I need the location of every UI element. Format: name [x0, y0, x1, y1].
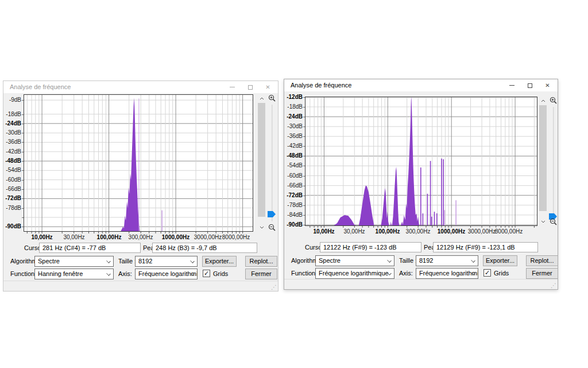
vertical-scrollbar[interactable] [257, 94, 266, 232]
close-dialog-button[interactable]: Fermer [245, 269, 277, 279]
db-tick-label: -12dB [287, 94, 303, 100]
frequency-tick-label: 30,00Hz [343, 228, 365, 235]
grids-checkbox[interactable]: ✓ [483, 269, 491, 277]
axis-label: Axis: [118, 270, 132, 277]
zoom-in-icon[interactable] [550, 97, 558, 105]
close-dialog-button[interactable]: Fermer [526, 268, 558, 279]
resize-grip[interactable]: ⋰ [271, 285, 277, 290]
maximize-icon [528, 83, 532, 88]
minimize-button[interactable] [503, 79, 521, 91]
db-tick-label: -30dB [287, 123, 303, 129]
db-tick-label: -48dB [5, 158, 21, 164]
grids-checkbox[interactable]: ✓ [203, 270, 210, 277]
frequency-tick-label: 100,00Hz [97, 234, 122, 240]
spectrum-plot[interactable] [24, 94, 253, 234]
size-label: Taille : [118, 258, 136, 264]
zoom-column [267, 94, 277, 232]
algorithm-select[interactable]: Spectre [315, 255, 394, 266]
db-axis: -12dB-18dB-24dB-30dB-36dB-42dB-48dB-54dB… [284, 97, 305, 226]
db-tick-label: -60dB [6, 177, 21, 183]
zoom-in-icon[interactable] [268, 94, 276, 102]
peak-readout: 248 Hz (B3) = -9,7 dB [152, 243, 257, 253]
axis-select[interactable]: Fréquence logarithmique [135, 269, 198, 279]
frequency-tick-label: 3000,00Hz [194, 234, 222, 240]
chevron-down-icon [471, 258, 475, 263]
db-tick-label: -60dB [287, 172, 303, 179]
vertical-scrollbar[interactable] [539, 97, 547, 226]
peak-readout: 12129 Hz (F#9) = -123,1 dB [433, 242, 538, 252]
frequency-tick-label: 1000,00Hz [438, 228, 465, 235]
frequency-tick-label: 30,00Hz [63, 234, 84, 240]
frequency-tick-label: 1000,00Hz [162, 234, 189, 240]
scroll-up-button[interactable] [257, 94, 266, 103]
scroll-up-button[interactable] [539, 97, 547, 105]
status-bar: ⋰ [284, 279, 558, 289]
size-select[interactable]: 8192 [135, 256, 198, 267]
zoom-slider-thumb[interactable] [549, 212, 558, 218]
function-select[interactable]: Hanning fenêtre [34, 269, 114, 279]
close-button[interactable]: ✕ [539, 79, 556, 91]
scroll-down-button[interactable] [257, 223, 266, 232]
maximize-button[interactable] [241, 81, 259, 93]
algorithm-select[interactable]: Spectre [34, 256, 114, 267]
zoom-slider-track[interactable] [553, 107, 554, 216]
grids-label: Grids [213, 270, 228, 277]
function-select[interactable]: Fréquence logarithmique [315, 268, 394, 279]
db-tick-label: -48dB [287, 152, 303, 159]
db-axis: -9dB-18dB-24dB-30dB-36dB-42dB-48dB-54dB-… [3, 94, 24, 232]
zoom-slider-track[interactable] [272, 105, 273, 221]
db-tick-label: -24dB [5, 120, 21, 126]
replot-button[interactable]: Replot... [526, 255, 558, 266]
function-label: Function: [291, 270, 317, 277]
db-tick-label: -30dB [6, 129, 21, 136]
window-title: Analyse de fréquence [10, 83, 71, 90]
spectrum-plot[interactable] [305, 97, 537, 228]
scroll-down-button[interactable] [539, 217, 547, 226]
axis-select[interactable]: Fréquence logarithmique [416, 268, 478, 279]
db-tick-label: -90dB [5, 223, 21, 229]
titlebar[interactable]: Analyse de fréquence ✕ [3, 81, 278, 93]
scrollbar-thumb[interactable] [539, 105, 547, 211]
frequency-tick-label: 8000,00Hz [222, 234, 250, 240]
frequency-axis: 10,00Hz30,00Hz100,00Hz300,00Hz1000,00Hz3… [24, 233, 253, 241]
db-tick-label: -18dB [287, 103, 303, 110]
db-tick-label: -24dB [287, 113, 303, 120]
readout-row: Cursor: 12122 Hz (F#9) = -123 dB Peak: 1… [284, 242, 558, 252]
cursor-readout: 281 Hz (C#4) = -77 dB [39, 243, 141, 253]
scrollbar-thumb[interactable] [258, 103, 265, 217]
db-tick-label: -9dB [9, 97, 21, 103]
frequency-tick-label: 300,00Hz [129, 234, 153, 240]
frequency-analysis-window-1: Analyse de fréquence ✕ -9dB-18dB-24dB-30… [3, 80, 278, 292]
close-icon: ✕ [545, 83, 550, 89]
zoom-out-icon[interactable] [550, 218, 558, 226]
zoom-slider-thumb[interactable] [268, 209, 276, 216]
status-bar: ⋰ [3, 281, 278, 291]
maximize-button[interactable] [521, 79, 539, 91]
controls-row-1: Algorithm: Spectre Taille : 8192 Exporte… [284, 255, 558, 266]
zoom-column [548, 97, 559, 226]
controls-row-1: Algorithm: Spectre Taille : 8192 Exporte… [3, 256, 278, 266]
zoom-out-icon[interactable] [268, 224, 276, 232]
replot-button[interactable]: Replot... [245, 256, 277, 267]
readout-row: Cursor: 281 Hz (C#4) = -77 dB Peak: 248 … [3, 243, 278, 253]
db-tick-label: -36dB [6, 139, 21, 145]
close-button[interactable]: ✕ [259, 81, 277, 93]
window-title: Analyse de fréquence [291, 82, 351, 89]
function-label: Function: [10, 270, 36, 277]
titlebar[interactable]: Analyse de fréquence ✕ [284, 79, 558, 91]
chevron-down-icon [106, 259, 111, 263]
resize-grip[interactable]: ⋰ [551, 283, 556, 289]
export-button[interactable]: Exporter... [483, 255, 517, 266]
db-tick-label: -84dB [287, 212, 303, 218]
minimize-button[interactable] [223, 81, 241, 93]
db-tick-label: -42dB [6, 148, 21, 155]
db-tick-label: -54dB [6, 167, 21, 173]
frequency-tick-label: 300,00Hz [406, 228, 431, 235]
size-select[interactable]: 8192 [416, 255, 478, 266]
axis-label: Axis: [399, 270, 413, 277]
frequency-axis: 10,00Hz30,00Hz100,00Hz300,00Hz1000,00Hz3… [305, 228, 537, 235]
db-tick-label: -66dB [6, 186, 21, 192]
chevron-down-icon [106, 271, 111, 276]
export-button[interactable]: Exporter... [202, 256, 237, 267]
maximize-icon [248, 85, 253, 90]
